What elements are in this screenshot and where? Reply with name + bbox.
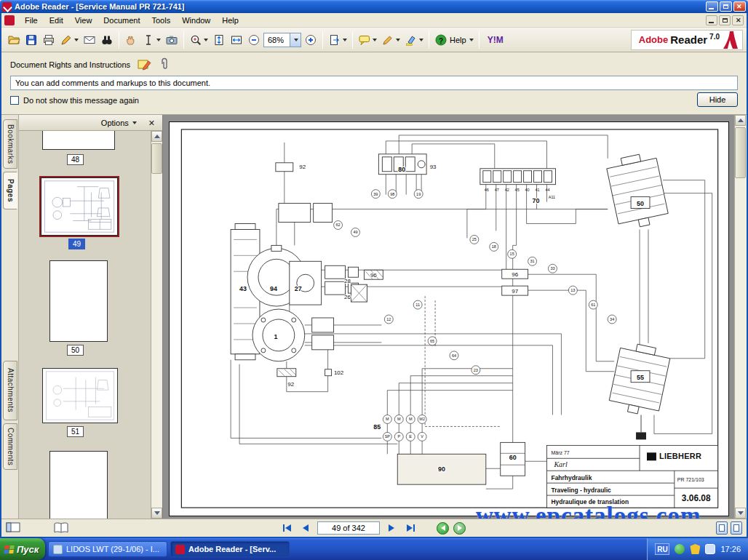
menu-file[interactable]: File <box>19 15 44 26</box>
scrollbar-thumb[interactable] <box>735 127 746 178</box>
paperclip-icon[interactable] <box>159 57 170 72</box>
language-indicator[interactable]: RU <box>655 543 669 555</box>
hide-button[interactable]: Hide <box>697 92 738 107</box>
thumbnail-page-49[interactable] <box>41 177 118 236</box>
dropdown-arrow-icon <box>396 39 400 41</box>
zoom-tool-button[interactable] <box>187 31 210 49</box>
svg-text:61: 61 <box>591 303 595 307</box>
previous-view-button[interactable] <box>437 522 449 535</box>
thumbnail-page-51[interactable] <box>42 368 118 423</box>
mdi-close-button[interactable]: ✕ <box>732 15 744 25</box>
svg-text:11: 11 <box>415 303 420 307</box>
thumbnail-page-50[interactable] <box>49 260 108 342</box>
menu-document[interactable]: Document <box>98 15 146 26</box>
close-button[interactable]: ✕ <box>733 1 746 12</box>
next-view-button[interactable] <box>453 522 466 535</box>
zoom-combo-dropdown[interactable] <box>290 33 301 47</box>
options-menu-button[interactable]: Options <box>101 119 137 127</box>
print-button[interactable] <box>40 31 57 49</box>
search-binoculars-icon <box>100 33 114 47</box>
save-button[interactable] <box>23 31 40 49</box>
start-button[interactable]: Пуск <box>0 538 45 560</box>
zoom-level-combo[interactable]: 68% <box>263 33 301 47</box>
zoom-out-button[interactable] <box>245 31 263 49</box>
tab-comments[interactable]: Comments <box>3 423 17 470</box>
search-button[interactable] <box>98 31 116 49</box>
menu-view[interactable]: View <box>69 15 98 26</box>
title-block-line1: Fahrhydraulik <box>551 474 592 481</box>
page-number-field[interactable]: 49 of 342 <box>317 521 380 535</box>
mdi-minimize-button[interactable] <box>706 15 717 25</box>
scrollbar-thumb[interactable] <box>151 143 162 174</box>
highlight-tool-button[interactable] <box>402 31 426 49</box>
pane-toggle-icon[interactable] <box>6 522 20 534</box>
adobe-reader-app-icon[interactable] <box>2 2 12 12</box>
taskbar-item-lidos[interactable]: LIDOS LWT (29-1/06) - I... <box>48 541 167 557</box>
scroll-down-button[interactable] <box>735 508 746 519</box>
dropdown-arrow-icon <box>343 39 347 41</box>
zoom-out-icon <box>247 33 260 47</box>
snapshot-tool-button[interactable] <box>163 31 180 49</box>
menu-window[interactable]: Window <box>176 15 216 26</box>
last-page-icon <box>407 524 413 532</box>
tray-shield-icon[interactable] <box>690 544 700 554</box>
open-button[interactable] <box>5 31 23 49</box>
fit-page-button[interactable] <box>210 31 228 49</box>
panel-close-button[interactable]: ✕ <box>148 119 155 127</box>
restore-button[interactable] <box>720 1 732 12</box>
thumbnail-page-52[interactable] <box>49 451 108 519</box>
brand-reader-label: Reader <box>670 33 707 46</box>
page-navigation-button[interactable] <box>326 31 349 49</box>
scroll-down-button[interactable] <box>151 508 162 519</box>
continuous-layout-button[interactable] <box>731 521 742 535</box>
yahoo-messenger-button[interactable]: Y!M <box>482 31 509 49</box>
minimize-button[interactable] <box>706 1 718 12</box>
email-button[interactable] <box>81 31 98 49</box>
fit-width-button[interactable] <box>228 31 245 49</box>
start-button-label: Пуск <box>17 544 39 555</box>
next-page-icon <box>389 524 394 532</box>
select-tool-button[interactable] <box>140 31 163 49</box>
menu-edit[interactable]: Edit <box>44 15 69 26</box>
help-button[interactable]: ? Help <box>432 31 476 49</box>
first-page-button[interactable] <box>279 521 294 535</box>
restore-icon <box>723 4 728 9</box>
mdi-restore-button[interactable] <box>719 15 731 25</box>
svg-text:49: 49 <box>353 230 357 234</box>
tab-bookmarks[interactable]: Bookmarks <box>3 119 17 169</box>
menu-tools[interactable]: Tools <box>146 15 177 26</box>
next-page-button[interactable] <box>384 521 399 535</box>
yahoo-messenger-icon: Y!M <box>485 35 506 45</box>
highlighter-icon <box>405 33 418 47</box>
scroll-up-button[interactable] <box>735 115 746 126</box>
svg-text:50: 50 <box>637 200 644 207</box>
hand-tool-button[interactable] <box>122 31 140 49</box>
tray-display-icon[interactable] <box>705 544 715 554</box>
zoom-in-button[interactable] <box>302 31 319 49</box>
tab-pages[interactable]: Pages <box>3 172 17 209</box>
pencil-tool-button[interactable] <box>379 31 402 49</box>
previous-page-icon <box>303 524 309 532</box>
sign-button[interactable] <box>57 31 81 49</box>
note-tool-button[interactable] <box>356 31 379 49</box>
thumbnail-page-48[interactable] <box>42 131 115 150</box>
menu-help[interactable]: Help <box>216 15 244 26</box>
do-not-show-checkbox[interactable] <box>10 96 19 105</box>
last-page-button[interactable] <box>403 521 418 535</box>
thumbnail-scrollbar[interactable] <box>151 131 162 519</box>
taskbar-item-adobe-reader[interactable]: Adobe Reader - [Serv... <box>170 541 290 557</box>
svg-text:90: 90 <box>438 465 445 473</box>
document-scrollbar[interactable] <box>734 115 747 519</box>
svg-text:?: ? <box>439 36 443 44</box>
svg-text:A11: A11 <box>549 195 555 199</box>
book-icon[interactable] <box>54 522 68 534</box>
rights-message-box: You can add comments and markups to this… <box>10 76 738 90</box>
tab-attachments[interactable]: Attachments <box>3 361 17 420</box>
tray-antivirus-icon[interactable] <box>675 544 685 554</box>
previous-page-button[interactable] <box>298 521 313 535</box>
single-page-layout-button[interactable] <box>716 521 728 535</box>
sign-pen-icon <box>60 33 73 47</box>
document-rights-bar: Document Rights and Instructions You can… <box>1 52 747 115</box>
markup-note-icon[interactable] <box>138 58 152 71</box>
scroll-up-button[interactable] <box>151 131 162 142</box>
